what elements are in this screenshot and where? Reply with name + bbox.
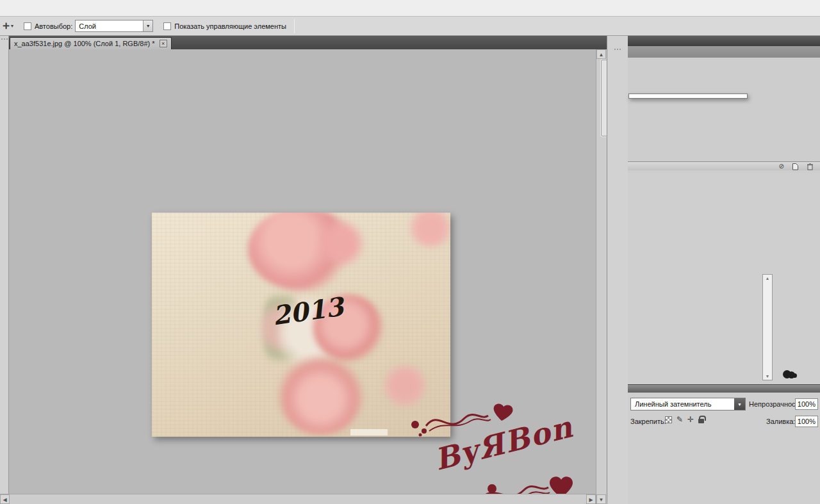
- lock-all-icon[interactable]: [698, 419, 704, 423]
- options-bar: ✛ ▾ Автовыбор: Слой ▼ Показать управляющ…: [0, 17, 820, 36]
- delete-style-icon[interactable]: [807, 163, 814, 170]
- scroll-right-icon[interactable]: ▶: [586, 494, 596, 504]
- blend-mode-value: Линейный затемнитель: [631, 400, 711, 408]
- scroll-left-icon[interactable]: ◀: [0, 494, 10, 504]
- vertical-scrollbar[interactable]: ▲ ▼: [596, 49, 607, 504]
- styles-panel-footer: ⊘: [628, 161, 820, 170]
- rose-top-right: [315, 218, 366, 269]
- document-title: x_aa3f531e.jpg @ 100% (Слой 1, RGB/8#) *: [14, 40, 155, 47]
- lock-position-icon[interactable]: ✛: [687, 416, 694, 423]
- chevron-down-icon: ▼: [143, 20, 152, 31]
- auto-select-value: Слой: [76, 22, 96, 30]
- styles-swatch-grid: [628, 58, 820, 173]
- canvas-area[interactable]: 2013 ByЯBon: [0, 49, 607, 504]
- layers-panel-header: [628, 384, 820, 393]
- move-tool-icon[interactable]: ✛: [3, 21, 10, 31]
- opacity-value[interactable]: 100%: [795, 398, 818, 410]
- right-panel-column: ⊘ ▲ ▼ Линейный затемнитель ▼ Непрозрачно…: [628, 46, 820, 504]
- scroll-down-icon[interactable]: ▼: [763, 374, 772, 378]
- tool-preset-arrow-icon[interactable]: ▾: [11, 23, 13, 29]
- document-tab-bar: x_aa3f531e.jpg @ 100% (Слой 1, RGB/8#) *…: [0, 36, 607, 49]
- auto-select-checkbox[interactable]: [24, 22, 31, 30]
- calendar-image: 2013: [152, 213, 450, 437]
- panel-scrollbar[interactable]: ▲ ▼: [762, 274, 773, 380]
- photoshop-window: ✛ ▾ Автовыбор: Слой ▼ Показать управляющ…: [0, 0, 820, 504]
- lock-transparent-pixels-icon[interactable]: [665, 416, 672, 423]
- roses-bottom-cluster: [277, 355, 364, 435]
- panel-tabs: [628, 46, 820, 58]
- panel-dock: [607, 36, 628, 504]
- show-transform-controls-checkbox[interactable]: [163, 22, 171, 30]
- blend-mode-menu: [628, 93, 748, 99]
- separator: [294, 19, 295, 33]
- fill-value[interactable]: 100%: [795, 416, 818, 427]
- dock-header: «: [607, 36, 820, 46]
- lock-icons: ✎ ✛: [665, 416, 704, 423]
- horizontal-scrollbar[interactable]: ◀ ▶: [0, 494, 596, 504]
- scroll-up-icon[interactable]: ▲: [596, 49, 606, 59]
- close-icon[interactable]: ×: [160, 40, 167, 47]
- scroll-up-icon[interactable]: ▲: [763, 276, 772, 280]
- fill-label: Заливка:: [766, 418, 795, 425]
- layers-panel: Линейный затемнитель ▼ Непрозрачность: 1…: [628, 393, 820, 504]
- auto-select-dropdown[interactable]: Слой ▼: [75, 20, 153, 32]
- clear-style-icon[interactable]: ⊘: [779, 163, 784, 170]
- menu-bar: [0, 0, 820, 17]
- show-transform-controls-label: Показать управляющие элементы: [174, 22, 286, 30]
- tools-panel-sliver: [0, 36, 9, 504]
- new-style-icon[interactable]: [792, 163, 799, 170]
- scroll-down-icon[interactable]: ▼: [596, 494, 606, 504]
- label-tag: [350, 429, 388, 435]
- document-tab[interactable]: x_aa3f531e.jpg @ 100% (Слой 1, RGB/8#) *…: [10, 37, 172, 49]
- clone-stamp-circles-icon[interactable]: [783, 370, 791, 378]
- auto-select-label: Автовыбор:: [35, 22, 72, 30]
- blend-mode-dropdown[interactable]: Линейный затемнитель ▼: [630, 398, 746, 411]
- chevron-down-icon: ▼: [734, 398, 745, 410]
- lock-label: Закрепить:: [630, 418, 666, 425]
- lock-image-pixels-icon[interactable]: ✎: [676, 416, 683, 423]
